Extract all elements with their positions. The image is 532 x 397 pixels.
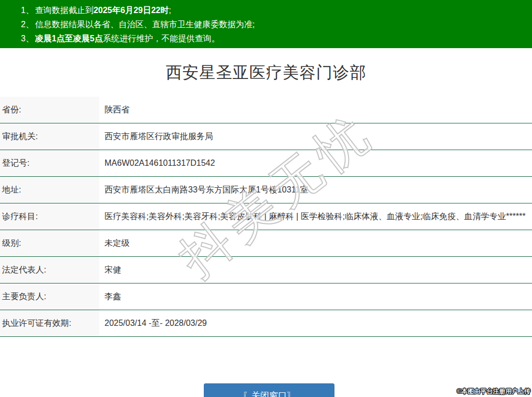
table-row-departments: 诊疗科目: 医疗美容科;美容外科;美容牙科;美容皮肤科 | 麻醉科 | 医学检验… — [0, 203, 532, 230]
field-value: 未定级 — [99, 230, 532, 257]
table-row-license-validity: 执业许可证有效期: 2025/03/14 -至- 2028/03/29 — [0, 310, 532, 337]
notice-text: 信息数据结果以各省、自治区、直辖市卫生健康委数据为准; — [35, 20, 255, 29]
notice-line-1: 1、查询数据截止到2025年6月29日22时; — [21, 3, 527, 17]
notice-text: ; — [169, 6, 171, 15]
field-label: 法定代表人: — [0, 257, 99, 283]
notice-banner: 1、查询数据截止到2025年6月29日22时; 2、信息数据结果以各省、自治区、… — [0, 0, 532, 48]
notice-text: 系统进行维护，不能提供查询。 — [103, 34, 220, 43]
field-value: 宋健 — [99, 257, 532, 283]
table-row-legal-representative: 法定代表人: 宋健 — [0, 257, 532, 283]
table-row-address: 地址: 西安市雁塔区太白南路33号东方国际大厦1号楼10311室 — [0, 177, 532, 203]
notice-text: 查询数据截止到 — [35, 6, 94, 15]
field-label: 地址: — [0, 177, 99, 203]
notice-text-bold: 凌晨1点至凌晨5点 — [35, 34, 103, 43]
copyright-notice: ©本图由平台注册用户上传 — [457, 387, 530, 396]
notice-number: 1、 — [21, 6, 34, 15]
field-value: 2025/03/14 -至- 2028/03/29 — [99, 310, 532, 337]
table-row-registration-number: 登记号: MA6W02A1461011317D1542 — [0, 150, 532, 177]
field-label: 诊疗科目: — [0, 203, 99, 230]
page-title: 西安星圣亚医疗美容门诊部 — [166, 62, 366, 84]
field-value: 西安市雁塔区太白南路33号东方国际大厦1号楼10311室 — [99, 177, 532, 203]
field-label: 主要负责人: — [0, 283, 99, 310]
field-value: 西安市雁塔区行政审批服务局 — [99, 123, 532, 150]
field-value: 陕西省 — [99, 97, 532, 123]
field-label: 级别: — [0, 230, 99, 257]
table-row-province: 省份: 陕西省 — [0, 97, 532, 123]
field-value: 医疗美容科;美容外科;美容牙科;美容皮肤科 | 麻醉科 | 医学检验科;临床体液… — [99, 203, 532, 230]
field-label: 登记号: — [0, 150, 99, 177]
field-value: MA6W02A1461011317D1542 — [99, 150, 532, 177]
field-label: 审批机关: — [0, 123, 99, 150]
notice-number: 2、 — [21, 20, 34, 29]
notice-line-3: 3、凌晨1点至凌晨5点系统进行维护，不能提供查询。 — [21, 31, 527, 46]
table-row-approval-authority: 审批机关: 西安市雁塔区行政审批服务局 — [0, 123, 532, 150]
table-row-level: 级别: 未定级 — [0, 230, 532, 257]
field-label: 执业许可证有效期: — [0, 310, 99, 337]
table-row-principal: 主要负责人: 李鑫 — [0, 283, 532, 310]
notice-text-bold: 2025年6月29日22时 — [94, 6, 169, 15]
field-value: 李鑫 — [99, 283, 532, 310]
notice-number: 3、 — [21, 34, 34, 43]
title-area: 西安星圣亚医疗美容门诊部 — [0, 48, 532, 97]
field-label: 省份: — [0, 97, 99, 123]
institution-info-table: 省份: 陕西省 审批机关: 西安市雁塔区行政审批服务局 登记号: MA6W02A… — [0, 97, 532, 337]
notice-line-2: 2、信息数据结果以各省、自治区、直辖市卫生健康委数据为准; — [21, 17, 527, 31]
close-window-button[interactable]: 〖关闭窗口〗 — [204, 383, 334, 397]
